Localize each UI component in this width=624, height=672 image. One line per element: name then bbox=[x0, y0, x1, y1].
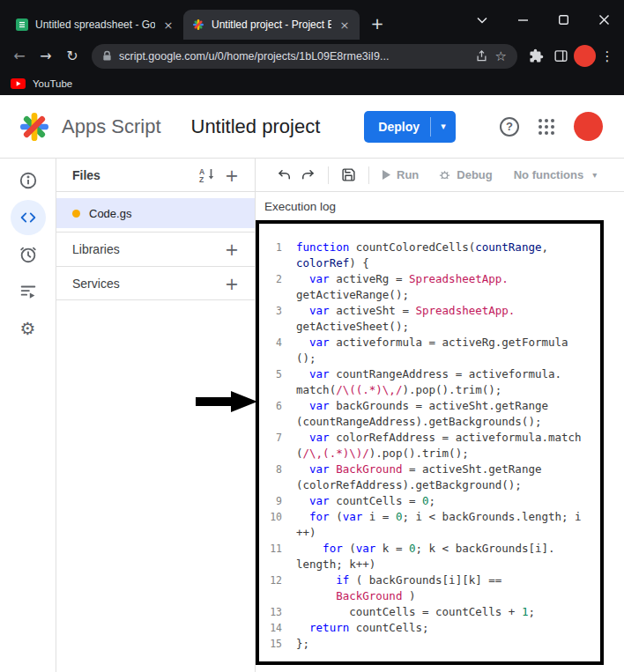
code-line[interactable]: 4 var activeformula = activeRg.getFormul… bbox=[259, 335, 600, 366]
editor-pane: Run Debug No functions ▾ Execution log 1… bbox=[256, 159, 624, 672]
chevron-down-icon[interactable]: ▾ bbox=[431, 121, 456, 132]
code-line[interactable]: 1function countColoredCells(countRange, … bbox=[259, 240, 600, 271]
line-number: 2 bbox=[259, 271, 296, 287]
new-tab-button[interactable]: + bbox=[365, 11, 390, 36]
line-number: 8 bbox=[259, 462, 296, 477]
executions-list-icon[interactable] bbox=[11, 274, 46, 309]
files-panel: Files AZ + Code.gs Libraries + Services … bbox=[56, 159, 256, 672]
reload-icon[interactable]: ↻ bbox=[60, 44, 85, 69]
code-text: var BackGround = activeSht.getRange (col… bbox=[296, 462, 600, 493]
line-number: 3 bbox=[259, 303, 296, 319]
line-number: 14 bbox=[259, 620, 296, 636]
browser-profile-avatar[interactable] bbox=[574, 45, 596, 67]
code-text: var colorRefAddress = activeformula.matc… bbox=[296, 430, 600, 462]
extensions-icon[interactable] bbox=[524, 45, 547, 68]
bookmark-youtube[interactable]: YouTube bbox=[33, 78, 72, 89]
files-panel-header: Files AZ + bbox=[56, 159, 255, 192]
code-line[interactable]: 9 var countCells = 0; bbox=[259, 493, 600, 509]
address-bar[interactable]: script.google.com/u/0/home/projects/1bL0… bbox=[92, 44, 517, 69]
editor-code-icon[interactable] bbox=[11, 200, 46, 235]
code-text: var activeRg = SpreadsheetApp. getActive… bbox=[296, 271, 600, 303]
tab-title: Untitled spreadsheet - Goo bbox=[35, 18, 155, 31]
maximize-icon[interactable] bbox=[543, 0, 583, 40]
overview-icon[interactable] bbox=[11, 163, 46, 198]
side-panel-icon[interactable] bbox=[549, 45, 572, 68]
execution-log-label: Execution log bbox=[264, 200, 336, 213]
browser-tab-project[interactable]: Untitled project - Project Ed × bbox=[183, 10, 360, 40]
file-item-code-gs[interactable]: Code.gs bbox=[56, 198, 255, 228]
toolbar-divider bbox=[328, 166, 329, 184]
code-line[interactable]: 3 var activeSht = SpreadsheetApp. getAct… bbox=[259, 303, 600, 335]
code-text: for (var i = 0; i < backGrounds.length; … bbox=[296, 509, 600, 541]
back-icon[interactable]: ← bbox=[7, 44, 32, 69]
function-selector[interactable]: No functions ▾ bbox=[510, 168, 600, 181]
redo-icon[interactable] bbox=[296, 167, 319, 183]
code-line[interactable]: 2 var activeRg = SpreadsheetApp. getActi… bbox=[259, 271, 600, 303]
debug-button[interactable]: Debug bbox=[435, 168, 495, 181]
deploy-button[interactable]: Deploy ▾ bbox=[364, 111, 456, 143]
code-line[interactable]: 7 var colorRefAddress = activeformula.ma… bbox=[259, 430, 600, 462]
triggers-clock-icon[interactable] bbox=[11, 237, 46, 272]
add-service-icon[interactable]: + bbox=[221, 274, 242, 293]
code-text: var countCells = 0; bbox=[296, 493, 600, 509]
toolbar-divider bbox=[368, 166, 369, 184]
undo-icon[interactable] bbox=[273, 167, 296, 183]
save-icon[interactable] bbox=[338, 167, 360, 182]
project-title[interactable]: Untitled project bbox=[191, 115, 321, 138]
code-line[interactable]: 13 countCells = countCells + 1; bbox=[259, 604, 600, 620]
browser-titlebar: Untitled spreadsheet - Goo × Untitled pr… bbox=[0, 0, 624, 40]
lock-icon bbox=[102, 50, 112, 62]
bookmarks-bar: YouTube bbox=[0, 72, 624, 95]
browser-tab-spreadsheet[interactable]: Untitled spreadsheet - Goo × bbox=[7, 10, 183, 40]
code-text: countCells = countCells + 1; bbox=[296, 604, 600, 620]
help-icon[interactable]: ? bbox=[500, 117, 519, 137]
line-number: 5 bbox=[259, 366, 296, 382]
sort-az-icon[interactable]: AZ bbox=[198, 167, 216, 182]
run-label: Run bbox=[397, 168, 419, 181]
code-editor-highlighted[interactable]: 1function countColoredCells(countRange, … bbox=[256, 220, 604, 665]
code-line[interactable]: 11 for (var k = 0; k < backGrounds[i]. l… bbox=[259, 541, 600, 572]
browser-menu-icon[interactable]: ⋮ bbox=[598, 48, 617, 64]
minimize-icon[interactable] bbox=[502, 0, 543, 40]
services-label: Services bbox=[72, 277, 120, 291]
files-panel-title: Files bbox=[72, 168, 198, 182]
panel-sections: Libraries + Services + bbox=[56, 232, 255, 300]
code-text: function countColoredCells(countRange, c… bbox=[296, 240, 600, 271]
code-line[interactable]: 6 var backGrounds = activeSht.getRange (… bbox=[259, 398, 600, 430]
line-number: 12 bbox=[259, 572, 296, 588]
annotation-arrow bbox=[196, 391, 257, 412]
code-line[interactable]: 5 var countRangeAddress = activeformula.… bbox=[259, 366, 600, 398]
libraries-section[interactable]: Libraries + bbox=[56, 232, 255, 266]
forward-icon[interactable]: → bbox=[33, 44, 58, 69]
tab-search-icon[interactable] bbox=[462, 0, 502, 40]
execution-log-tab[interactable]: Execution log bbox=[256, 192, 624, 220]
tab-strip: Untitled spreadsheet - Goo × Untitled pr… bbox=[0, 0, 462, 40]
chevron-down-icon: ▾ bbox=[592, 170, 597, 180]
close-window-icon[interactable] bbox=[583, 0, 624, 40]
code-text: var backGrounds = activeSht.getRange (co… bbox=[296, 398, 600, 430]
line-number: 11 bbox=[259, 541, 296, 557]
code-line[interactable]: 15}; bbox=[259, 636, 600, 652]
code-line[interactable]: 14 return countCells; bbox=[259, 620, 600, 636]
no-functions-label: No functions bbox=[514, 168, 583, 181]
add-library-icon[interactable]: + bbox=[221, 240, 242, 259]
tab-close-icon[interactable]: × bbox=[338, 18, 351, 32]
apps-script-logo bbox=[18, 110, 51, 144]
main-area: ⚙ Files AZ + Code.gs Libraries + bbox=[0, 159, 624, 672]
settings-gear-icon[interactable]: ⚙ bbox=[11, 311, 46, 346]
add-file-icon[interactable]: + bbox=[221, 166, 242, 185]
google-apps-grid-icon[interactable] bbox=[535, 115, 558, 138]
code-line[interactable]: 8 var BackGround = activeSht.getRange (c… bbox=[259, 462, 600, 493]
tab-close-icon[interactable]: × bbox=[162, 18, 175, 32]
services-section[interactable]: Services + bbox=[56, 266, 255, 300]
deploy-label: Deploy bbox=[364, 120, 430, 134]
account-avatar[interactable] bbox=[574, 112, 603, 141]
bookmark-star-icon[interactable]: ☆ bbox=[495, 48, 507, 64]
code-line[interactable]: 10 for (var i = 0; i < backGrounds.lengt… bbox=[259, 509, 600, 541]
code-line[interactable]: 12 if ( backGrounds[i][k] == BackGround … bbox=[259, 572, 600, 604]
share-icon[interactable] bbox=[475, 49, 488, 63]
run-button[interactable]: Run bbox=[378, 168, 422, 181]
svg-text:Z: Z bbox=[199, 175, 204, 183]
left-nav-rail: ⚙ bbox=[0, 159, 56, 672]
browser-toolbar: ← → ↻ script.google.com/u/0/home/project… bbox=[0, 40, 624, 72]
